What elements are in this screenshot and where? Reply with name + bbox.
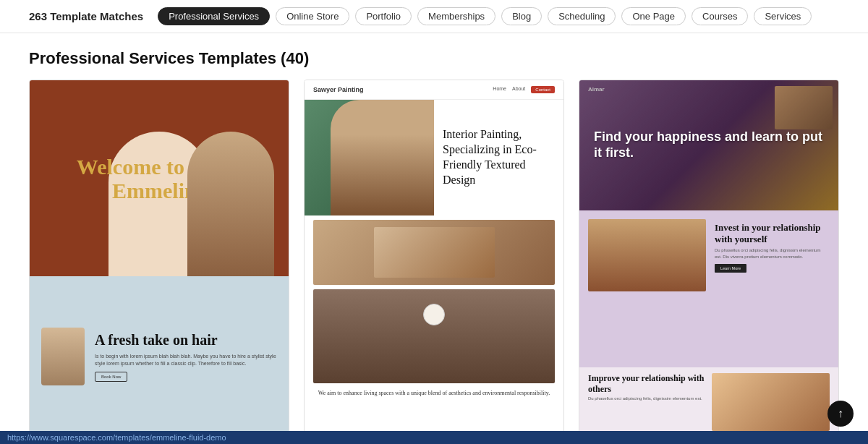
filter-tags: Professional Services Online Store Portf… xyxy=(158,7,812,25)
filter-one-page[interactable]: One Page xyxy=(621,7,686,25)
template-card-sawyer[interactable]: Sawyer Painting Home About Contact Inter… xyxy=(304,80,564,437)
sawyer-preview: Sawyer Painting Home About Contact Inter… xyxy=(305,80,563,437)
sawyer-nav-about: About xyxy=(512,86,525,93)
filter-scheduling[interactable]: Scheduling xyxy=(548,7,616,25)
emmeline-preview: Welcome to Salon Emmeline A fresh take o… xyxy=(30,80,289,437)
sawyer-hero-title: Interior Painting, Specializing in Eco-F… xyxy=(443,127,555,187)
filter-professional-services[interactable]: Professional Services xyxy=(158,7,270,25)
template-grid: Welcome to Salon Emmeline A fresh take o… xyxy=(0,80,868,444)
section-title: Professional Services Templates (40) xyxy=(0,33,868,80)
filter-courses[interactable]: Courses xyxy=(692,7,748,25)
almar-bottom-text: Improve your relationship with others Du… xyxy=(588,373,706,431)
status-bar: https://www.squarespace.com/templates/em… xyxy=(0,431,868,444)
sawyer-nav-home: Home xyxy=(493,86,506,93)
sawyer-nav-contact: Contact xyxy=(531,86,555,93)
almar-section-title: Invest in your relationship with yoursel… xyxy=(715,222,827,244)
scroll-up-icon: ↑ xyxy=(838,407,843,420)
sawyer-hero-image xyxy=(305,100,434,215)
emmeline-tagline: A fresh take on hair xyxy=(95,331,277,349)
header-bar: 263 Template Matches Professional Servic… xyxy=(0,0,868,33)
match-count: 263 Template Matches xyxy=(29,10,143,22)
sawyer-clock-image xyxy=(423,304,445,325)
almar-hero-title: Find your happiness and learn to put it … xyxy=(594,129,824,161)
emmeline-model-image xyxy=(187,132,274,276)
almar-bottom-image xyxy=(712,373,830,431)
sawyer-nav: Sawyer Painting Home About Contact xyxy=(305,80,563,100)
emmeline-cta-button: Book Now xyxy=(95,372,127,382)
almar-mid-image xyxy=(588,219,706,291)
emmeline-bottom-section: A fresh take on hair Is to begin with lo… xyxy=(30,276,289,437)
template-card-emmeline[interactable]: Welcome to Salon Emmeline A fresh take o… xyxy=(29,80,289,437)
sawyer-painting-thumbnail xyxy=(374,227,495,278)
almar-mid-text: Invest in your relationship with yoursel… xyxy=(712,219,830,359)
filter-portfolio[interactable]: Portfolio xyxy=(355,7,412,25)
almar-bottom-section: Improve your relationship with others Du… xyxy=(579,367,838,437)
almar-mid-section: Invest in your relationship with yoursel… xyxy=(579,210,838,367)
almar-cta-button: Learn More xyxy=(715,264,746,273)
almar-preview: Almar Find your happiness and learn to p… xyxy=(579,80,838,437)
almar-bottom-body: Du phasellus orci adipiscing felis, dign… xyxy=(588,396,706,401)
sawyer-footer-text: We aim to enhance living spaces with a u… xyxy=(305,383,563,400)
scroll-to-top-button[interactable]: ↑ xyxy=(827,401,854,427)
almar-bottom-title: Improve your relationship with others xyxy=(588,373,706,394)
filter-services[interactable]: Services xyxy=(754,7,812,25)
filter-blog[interactable]: Blog xyxy=(501,7,542,25)
almar-hero: Almar Find your happiness and learn to p… xyxy=(579,80,838,210)
filter-online-store[interactable]: Online Store xyxy=(276,7,349,25)
filter-memberships[interactable]: Memberships xyxy=(417,7,495,25)
sawyer-hero: Interior Painting, Specializing in Eco-F… xyxy=(305,100,563,215)
emmeline-text-block: A fresh take on hair Is to begin with lo… xyxy=(95,331,277,382)
template-card-almar[interactable]: Almar Find your happiness and learn to p… xyxy=(579,80,839,437)
sawyer-person-image xyxy=(331,100,434,215)
sawyer-small-image xyxy=(313,220,555,285)
emmeline-body: Is to begin with lorem ipsum blah blah b… xyxy=(95,353,277,367)
emmeline-hero: Welcome to Salon Emmeline xyxy=(30,80,289,276)
sawyer-room-image xyxy=(313,289,555,383)
sawyer-nav-links: Home About Contact xyxy=(493,86,555,93)
emmeline-portrait-image xyxy=(41,328,85,385)
sawyer-nav-brand: Sawyer Painting xyxy=(313,86,364,93)
sawyer-hero-text: Interior Painting, Specializing in Eco-F… xyxy=(434,100,563,215)
almar-hero-overlay: Find your happiness and learn to put it … xyxy=(579,80,838,210)
almar-section-body: Du phasellus orci adipiscing felis, dign… xyxy=(715,247,827,260)
